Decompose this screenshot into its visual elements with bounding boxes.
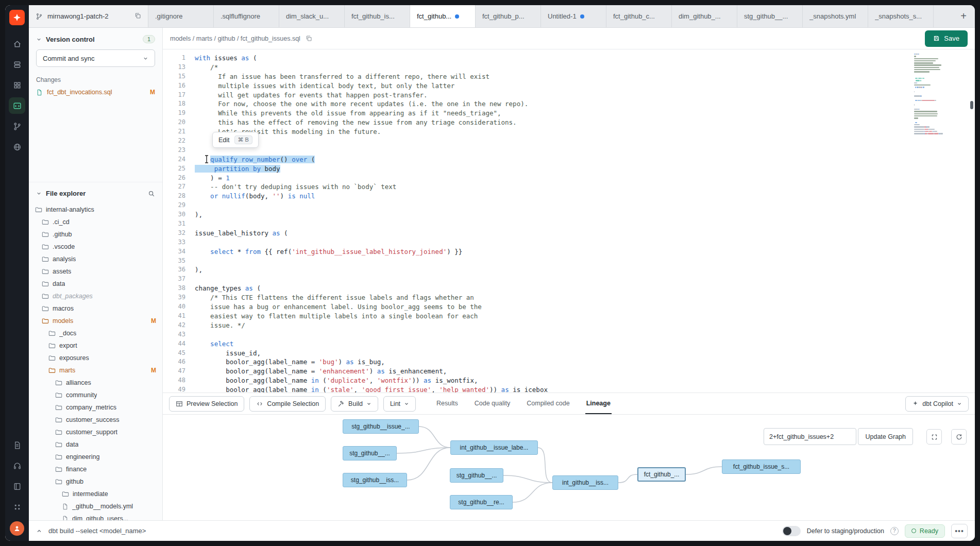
tree-item-marts[interactable]: martsM [29,364,162,377]
editor-tab-snapshots-yml[interactable]: _snapshots.yml [803,5,868,27]
tree-item-exposures[interactable]: exposures [29,352,162,364]
docs-icon[interactable] [9,437,25,453]
chevron-down-icon[interactable] [36,37,42,42]
minimap-line [914,60,967,61]
minimap-token [914,69,940,70]
globe-icon[interactable] [9,139,25,155]
lineage-node-stg-github-re[interactable]: stg_github__re... [450,495,513,509]
lineage-node-int-github-iss[interactable]: int_github__iss... [552,475,618,490]
fullscreen-icon[interactable] [926,429,942,445]
tab-results[interactable]: Results [435,393,459,414]
tree-item-customer-support[interactable]: customer_support [29,426,162,438]
code-text: with issues as ( [185,54,257,63]
code-icon [256,400,263,407]
home-icon[interactable] [9,36,25,52]
tree-item-models[interactable]: modelsM [29,315,162,327]
tree-item-github-models-yml[interactable]: _github__models.yml [29,500,162,513]
compile-selection-button[interactable]: Compile Selection [249,396,326,412]
support-headset-icon[interactable] [9,457,25,474]
chevron-up-icon[interactable] [36,528,42,534]
status-badge[interactable]: Ready [905,524,945,538]
command-input[interactable]: dbt build --select <model_name> [48,527,146,535]
edit-tooltip-label[interactable]: Edit [218,136,230,144]
editor-tab-snapshots-s[interactable]: _snapshots_s... [868,5,934,27]
tree-item-dbt-packages[interactable]: dbt_packages [29,290,162,302]
tree-item-engineering[interactable]: engineering [29,451,162,463]
tab-lineage[interactable]: Lineage [585,393,612,414]
grid-menu-icon[interactable] [9,499,25,515]
tree-item-community[interactable]: community [29,389,162,401]
tree-item-customer-success[interactable]: customer_success [29,414,162,426]
apps-icon[interactable] [9,77,25,93]
tree-item-github[interactable]: github [29,475,162,488]
tree-item-dim-github-users[interactable]: dim_github_users... [29,513,162,520]
editor-tab-fct-github[interactable]: fct_github... [410,5,476,27]
editor-tab-gitignore[interactable]: .gitignore [148,5,214,27]
tree-item-company-metrics[interactable]: company_metrics [29,401,162,414]
defer-toggle[interactable] [782,526,801,536]
build-button[interactable]: Build [331,396,378,412]
tree-item-intermediate[interactable]: intermediate [29,488,162,500]
tab-code-quality[interactable]: Code quality [474,393,512,414]
lineage-node-fct-github-issue-s[interactable]: fct_github_issue_s... [722,459,801,474]
file-explorer-header[interactable]: File explorer [29,182,162,202]
overflow-menu-button[interactable]: ••• [951,524,968,538]
develop-ide-icon[interactable] [9,97,25,114]
branch-icon[interactable] [9,118,25,134]
copy-path-icon[interactable] [306,35,312,42]
editor-tab-fct-github-c[interactable]: fct_github_c... [606,5,672,27]
lineage-edge [686,467,722,474]
tree-item-data[interactable]: data [29,438,162,451]
changed-file-row[interactable]: fct_dbt_invocations.sqlM [29,87,162,98]
notebook-icon[interactable] [9,478,25,494]
editor-tab-untitled-1[interactable]: Untitled-1 [541,5,606,27]
help-icon[interactable]: ? [890,527,899,535]
warehouse-icon[interactable] [9,56,25,73]
tree-item-internal-analytics[interactable]: internal-analytics [29,203,162,216]
code-editor[interactable]: 1with issues as (13 /*15 If an issue has… [163,49,975,393]
editor-tab-stg-github[interactable]: stg_github__... [737,5,803,27]
lineage-node-stg-github-iss[interactable]: stg_github__iss... [343,473,407,487]
tree-item-vscode[interactable]: .vscode [29,241,162,253]
tree-item-finance[interactable]: finance [29,463,162,475]
branch-tab[interactable]: mirnawong1-patch-2 [29,5,148,27]
dbt-logo-icon[interactable] [9,10,25,25]
tree-item-alliances[interactable]: alliances [29,377,162,389]
editor-tab-sqlfluffignore[interactable]: .sqlfluffignore [214,5,279,27]
editor-tab-fct-github-p[interactable]: fct_github_p... [476,5,541,27]
lint-button[interactable]: Lint [383,396,416,412]
tree-item-macros[interactable]: macros [29,302,162,315]
copy-branch-icon[interactable] [134,12,141,21]
version-control-header[interactable]: Version control 1 [29,28,162,48]
tree-item-data[interactable]: data [29,278,162,290]
user-avatar[interactable] [10,521,24,536]
lineage-node-fct-github[interactable]: fct_github_... [637,467,686,482]
version-control-section: Version control 1 Commit and sync Change… [29,28,162,182]
save-button[interactable]: Save [925,30,968,47]
tree-item-docs[interactable]: _docs [29,327,162,339]
editor-tab-dim-github[interactable]: dim_github_... [672,5,737,27]
minimap[interactable] [914,54,967,135]
commit-and-sync-button[interactable]: Commit and sync [36,49,155,67]
chevron-down-icon[interactable] [36,191,42,196]
tree-item-analysis[interactable]: analysis [29,253,162,265]
editor-tab-fct-github-is[interactable]: fct_github_is... [345,5,410,27]
lineage-node-int-github-issue-labe[interactable]: int_github__issue_labe... [450,440,538,455]
tree-item-github[interactable]: .github [29,228,162,241]
dbt-copilot-button[interactable]: dbt Copilot [905,396,969,412]
update-graph-button[interactable]: Update Graph [858,428,913,445]
preview-selection-button[interactable]: Preview Selection [169,396,244,412]
refresh-icon[interactable] [951,429,967,445]
lineage-selector-input[interactable] [764,428,856,445]
tree-item-ci-cd[interactable]: .ci_cd [29,216,162,228]
new-tab-button[interactable]: + [952,5,975,27]
search-icon[interactable] [148,190,155,197]
lineage-node-stg-github[interactable]: stg_github__... [450,468,503,483]
scrollbar-thumb[interactable] [970,101,973,109]
editor-tab-dim-slack-u[interactable]: dim_slack_u... [279,5,345,27]
tree-item-export[interactable]: export [29,339,162,352]
lineage-node-stg-github[interactable]: stg_github__... [343,446,397,460]
lineage-node-stg-github-issue[interactable]: stg_github__issue_... [343,419,419,434]
tree-item-assets[interactable]: assets [29,265,162,278]
tab-compiled-code[interactable]: Compiled code [526,393,570,414]
